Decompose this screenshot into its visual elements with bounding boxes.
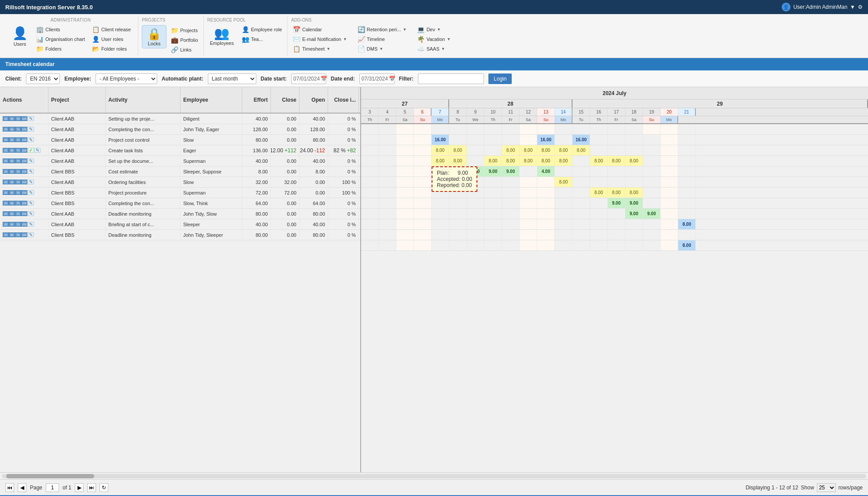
act-25-icon[interactable]: 25 [3, 116, 9, 121]
act-100-icon[interactable]: 100 [21, 180, 27, 184]
auto-plant-select[interactable]: Last month [208, 73, 256, 84]
timesheet-addon[interactable]: 📋 Timesheet ▼ [291, 44, 349, 53]
edit-icon[interactable]: ✎ [28, 211, 34, 216]
act-100-icon[interactable]: 100 [21, 201, 27, 206]
act-100-icon[interactable]: 100 [21, 137, 27, 142]
page-number-input[interactable] [46, 483, 59, 492]
edit-icon[interactable]: ✎ [28, 222, 34, 227]
date-end-field[interactable]: 07/31/2024 📅 [359, 73, 395, 84]
prev-page-button[interactable]: ◀ [18, 483, 26, 492]
act-75-icon[interactable]: 75 [15, 169, 21, 174]
act-50-icon[interactable]: 50 [9, 232, 15, 237]
projects-item[interactable]: 📁 Projects [169, 26, 199, 35]
last-page-button[interactable]: ⏭ [87, 483, 96, 492]
client-select[interactable]: EN 2016 [26, 73, 60, 84]
act-50-icon[interactable]: 50 [9, 180, 15, 184]
act-25-icon[interactable]: 25 [3, 201, 9, 206]
act-75-icon[interactable]: 75 [15, 211, 21, 216]
employees-big-item[interactable]: 👥 Employees [207, 25, 236, 47]
act-50-icon[interactable]: 50 [9, 169, 15, 174]
act-25-icon[interactable]: 25 [3, 232, 9, 237]
check-icon[interactable]: ✓ [28, 148, 34, 153]
act-75-icon[interactable]: 75 [15, 148, 21, 153]
date-start-cal-icon[interactable]: 📅 [321, 76, 327, 82]
email-addon[interactable]: ✉️ E-mail Notification ▼ [291, 35, 349, 44]
act-100-icon[interactable]: 100 [21, 222, 27, 227]
org-chart-item[interactable]: 📊 Organisation chart [34, 35, 87, 44]
act-25-icon[interactable]: 25 [3, 190, 9, 195]
retention-addon[interactable]: 🔄 Retention peri... ▼ [356, 25, 409, 34]
employee-role-item[interactable]: 👤 Employee role [240, 25, 284, 34]
dev-addon[interactable]: 💻 Dev ▼ [415, 25, 452, 34]
act-50-icon[interactable]: 50 [9, 137, 15, 142]
edit-icon[interactable]: ✎ [28, 127, 34, 132]
act-50-icon[interactable]: 50 [9, 211, 15, 216]
act-100-icon[interactable]: 100 [21, 158, 27, 163]
act-25-icon[interactable]: 25 [3, 169, 9, 174]
act-50-icon[interactable]: 50 [9, 222, 15, 227]
act-25-icon[interactable]: 25 [3, 158, 9, 163]
act-25-icon[interactable]: 25 [3, 148, 9, 153]
act-25-icon[interactable]: 25 [3, 137, 9, 142]
edit-icon[interactable]: ✎ [28, 158, 34, 163]
act-75-icon[interactable]: 75 [15, 127, 21, 132]
clients-item[interactable]: 🏢 Clients [34, 25, 87, 34]
edit-icon[interactable]: ✎ [28, 180, 34, 184]
settings-icon[interactable]: ⚙ [858, 4, 863, 10]
edit-icon[interactable]: ✎ [28, 169, 34, 174]
act-75-icon[interactable]: 75 [15, 180, 21, 184]
act-75-icon[interactable]: 75 [15, 201, 21, 206]
act-75-icon[interactable]: 75 [15, 232, 21, 237]
dms-addon[interactable]: 📄 DMS ▼ [356, 44, 409, 53]
employee-select[interactable]: - All Employees - [96, 73, 157, 84]
user-roles-item[interactable]: 👤 User roles [90, 35, 133, 44]
act-100-icon[interactable]: 100 [21, 190, 27, 195]
rows-per-page-select[interactable]: 25 50 100 [817, 483, 836, 492]
act-50-icon[interactable]: 50 [9, 158, 15, 163]
act-100-icon[interactable]: 100 [21, 127, 27, 132]
act-75-icon[interactable]: 75 [15, 190, 21, 195]
act-100-icon[interactable]: 100 [21, 116, 27, 121]
act-100-icon[interactable]: 100 [21, 169, 27, 174]
saas-addon[interactable]: ☁️ SAAS ▼ [415, 44, 452, 53]
team-item[interactable]: 👥 Tea... [240, 35, 284, 44]
folders-item[interactable]: 📁 Folders [34, 44, 87, 53]
act-25-icon[interactable]: 25 [3, 211, 9, 216]
login-button[interactable]: Login [488, 73, 512, 84]
act-25-icon[interactable]: 25 [3, 222, 9, 227]
folder-roles-item[interactable]: 📂 Folder roles [90, 44, 133, 53]
act-25-icon[interactable]: 25 [3, 180, 9, 184]
edit-icon[interactable]: ✎ [28, 137, 34, 142]
vacation-addon[interactable]: 🌴 Vacation ▼ [415, 35, 452, 44]
filter-input[interactable] [418, 73, 484, 84]
act-50-icon[interactable]: 50 [9, 190, 15, 195]
scrollbar-thumb[interactable] [6, 474, 94, 478]
edit-icon[interactable]: ✎ [28, 232, 34, 237]
edit-icon[interactable]: ✎ [28, 201, 34, 206]
date-end-cal-icon[interactable]: 📅 [389, 76, 395, 82]
user-dropdown-arrow[interactable]: ▼ [850, 4, 855, 10]
date-start-field[interactable]: 07/01/2024 📅 [291, 73, 326, 84]
scrollbar-track[interactable] [2, 474, 866, 478]
horizontal-scrollbar[interactable] [0, 472, 868, 479]
act-25-icon[interactable]: 25 [3, 127, 9, 132]
users-big-item[interactable]: 👤 Users [9, 25, 31, 48]
act-100-icon[interactable]: 100 [21, 211, 27, 216]
act-75-icon[interactable]: 75 [15, 116, 21, 121]
edit-icon[interactable]: ✎ [28, 190, 34, 195]
act-50-icon[interactable]: 50 [9, 116, 15, 121]
edit-icon[interactable]: ✎ [34, 148, 41, 153]
edit-icon[interactable]: ✎ [28, 116, 34, 121]
links-item[interactable]: 🔗 Links [169, 45, 199, 54]
act-100-icon[interactable]: 100 [21, 148, 27, 153]
locks-item[interactable]: 🔒 Locks [142, 25, 166, 48]
timeline-addon[interactable]: 📈 Timeline [356, 35, 409, 44]
first-page-button[interactable]: ⏮ [5, 483, 14, 492]
act-75-icon[interactable]: 75 [15, 137, 21, 142]
act-75-icon[interactable]: 75 [15, 222, 21, 227]
next-page-button[interactable]: ▶ [75, 483, 84, 492]
act-100-icon[interactable]: 100 [21, 232, 27, 237]
act-50-icon[interactable]: 50 [9, 148, 15, 153]
refresh-button[interactable]: ↻ [100, 483, 108, 492]
calendar-addon[interactable]: 📅 Calendar [291, 25, 349, 34]
